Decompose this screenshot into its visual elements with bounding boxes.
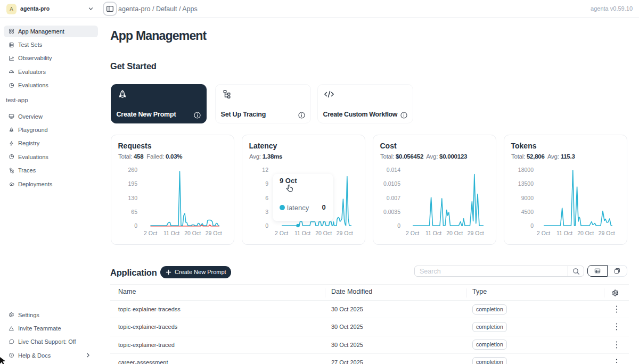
svg-text:11 Oct: 11 Oct bbox=[425, 230, 441, 236]
svg-text:0.0035: 0.0035 bbox=[383, 209, 400, 215]
svg-text:2 Oct: 2 Oct bbox=[406, 230, 419, 236]
svg-text:0: 0 bbox=[265, 222, 268, 229]
svg-text:0: 0 bbox=[530, 222, 534, 229]
svg-text:65: 65 bbox=[131, 209, 137, 215]
svg-text:18000: 18000 bbox=[518, 167, 534, 173]
svg-text:0.014: 0.014 bbox=[387, 167, 400, 173]
svg-text:2 Oct: 2 Oct bbox=[144, 230, 157, 236]
svg-text:3: 3 bbox=[265, 209, 268, 215]
svg-text:0: 0 bbox=[134, 222, 137, 229]
svg-text:20 Oct: 20 Oct bbox=[577, 230, 594, 236]
svg-text:2 Oct: 2 Oct bbox=[275, 230, 288, 236]
svg-text:0.0105: 0.0105 bbox=[383, 180, 400, 187]
svg-text:9: 9 bbox=[265, 180, 268, 187]
svg-text:29 Oct: 29 Oct bbox=[468, 230, 484, 236]
svg-text:4500: 4500 bbox=[521, 209, 534, 215]
svg-text:29 Oct: 29 Oct bbox=[599, 230, 615, 236]
svg-text:20 Oct: 20 Oct bbox=[446, 230, 463, 236]
svg-text:195: 195 bbox=[128, 180, 137, 187]
svg-text:6: 6 bbox=[265, 195, 268, 201]
svg-text:11 Oct: 11 Oct bbox=[294, 230, 310, 236]
svg-text:29 Oct: 29 Oct bbox=[206, 230, 222, 236]
svg-text:11 Oct: 11 Oct bbox=[556, 230, 572, 236]
svg-text:260: 260 bbox=[128, 167, 137, 173]
svg-text:2 Oct: 2 Oct bbox=[537, 230, 550, 236]
svg-text:0: 0 bbox=[397, 222, 400, 229]
svg-text:13500: 13500 bbox=[518, 180, 534, 187]
svg-text:29 Oct: 29 Oct bbox=[337, 230, 353, 236]
svg-text:130: 130 bbox=[128, 195, 137, 201]
svg-text:9000: 9000 bbox=[521, 195, 534, 201]
svg-text:20 Oct: 20 Oct bbox=[315, 230, 332, 236]
svg-text:11 Oct: 11 Oct bbox=[163, 230, 179, 236]
svg-text:12: 12 bbox=[262, 167, 268, 173]
svg-text:20 Oct: 20 Oct bbox=[184, 230, 201, 236]
svg-text:0.007: 0.007 bbox=[387, 195, 400, 201]
